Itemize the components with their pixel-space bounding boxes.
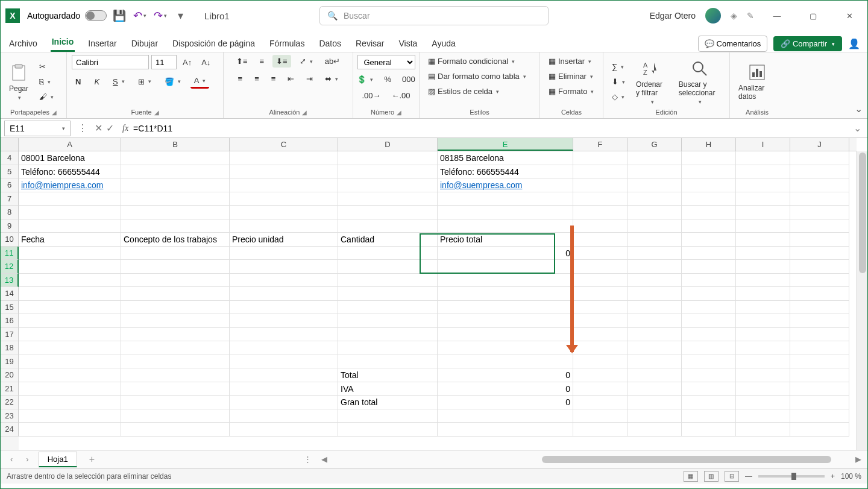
cell[interactable] — [682, 219, 736, 233]
cell[interactable] — [338, 219, 438, 233]
cell[interactable] — [338, 206, 438, 219]
cell[interactable] — [627, 341, 682, 355]
cell[interactable] — [736, 260, 790, 274]
cell[interactable] — [682, 355, 736, 369]
zoom-out-button[interactable]: — — [745, 472, 752, 481]
cell[interactable]: 0 — [438, 382, 573, 396]
maximize-button[interactable]: ▢ — [800, 7, 826, 25]
cell[interactable] — [790, 178, 849, 192]
cell[interactable] — [19, 274, 121, 288]
row-header[interactable]: 7 — [1, 192, 19, 206]
cell[interactable] — [573, 287, 627, 301]
align-bottom-icon[interactable]: ⬇≡ — [272, 55, 291, 68]
cell[interactable] — [19, 247, 121, 260]
cell[interactable] — [121, 206, 230, 219]
cell[interactable] — [121, 247, 230, 260]
tab-insertar[interactable]: Insertar — [87, 35, 118, 52]
cell[interactable] — [573, 233, 627, 247]
cell[interactable] — [230, 314, 338, 328]
cell[interactable] — [682, 382, 736, 396]
row-header[interactable]: 17 — [1, 328, 19, 342]
fill-icon[interactable]: ⬇▾ — [608, 75, 629, 88]
cell[interactable]: Total — [338, 368, 438, 382]
sheet-menu-icon[interactable]: ⋮ — [304, 455, 312, 464]
cell[interactable] — [682, 206, 736, 219]
format-cells-button[interactable]: ▦ Formato▾ — [545, 85, 597, 98]
zoom-in-button[interactable]: + — [831, 472, 835, 481]
cell[interactable] — [573, 247, 627, 260]
comments-button[interactable]: 💬 Comentarios — [698, 36, 767, 52]
align-left-icon[interactable]: ≡ — [234, 72, 247, 85]
cell[interactable] — [230, 178, 338, 192]
cell[interactable] — [438, 260, 573, 274]
cell[interactable]: Teléfono: 666555444 — [438, 165, 573, 179]
qat-customize-icon[interactable]: ▾ — [174, 9, 187, 22]
cell[interactable] — [19, 287, 121, 301]
cell[interactable] — [121, 219, 230, 233]
fill-color-icon[interactable]: 🪣▾ — [161, 75, 184, 88]
cell[interactable] — [19, 409, 121, 423]
cell[interactable] — [230, 219, 338, 233]
horizontal-scrollbar[interactable] — [530, 455, 849, 464]
cell[interactable] — [121, 341, 230, 355]
row-header[interactable]: 15 — [1, 301, 19, 315]
cell[interactable] — [230, 301, 338, 315]
column-header[interactable]: H — [682, 138, 736, 151]
cell[interactable] — [790, 151, 849, 165]
cell[interactable] — [438, 409, 573, 423]
cell[interactable] — [790, 260, 849, 274]
cell[interactable] — [573, 341, 627, 355]
cell[interactable] — [573, 165, 627, 179]
column-header[interactable]: E — [438, 138, 573, 151]
cell[interactable] — [121, 328, 230, 342]
percent-icon[interactable]: % — [380, 73, 395, 86]
cell[interactable] — [790, 396, 849, 409]
cell[interactable] — [736, 341, 790, 355]
cell[interactable] — [438, 341, 573, 355]
cell[interactable] — [573, 206, 627, 219]
zoom-level[interactable]: 100 % — [841, 472, 861, 481]
collapse-ribbon-icon[interactable]: ⌄ — [855, 103, 863, 115]
cell[interactable] — [682, 274, 736, 288]
cell[interactable] — [790, 314, 849, 328]
avatar[interactable] — [705, 8, 721, 24]
cell[interactable] — [19, 423, 121, 437]
add-sheet-button[interactable]: + — [83, 454, 101, 465]
cell[interactable] — [790, 355, 849, 369]
clear-icon[interactable]: ◇▾ — [608, 90, 629, 103]
cell[interactable] — [627, 423, 682, 437]
cell[interactable] — [627, 192, 682, 206]
cell[interactable] — [736, 423, 790, 437]
cell[interactable] — [573, 328, 627, 342]
cell[interactable] — [627, 219, 682, 233]
cell[interactable] — [19, 368, 121, 382]
formula-input[interactable]: fx=C11*D11 — [118, 124, 848, 133]
cell[interactable] — [438, 219, 573, 233]
undo-icon[interactable]: ↶▾ — [133, 9, 146, 22]
cell[interactable] — [682, 287, 736, 301]
cell[interactable] — [682, 301, 736, 315]
cell[interactable] — [627, 233, 682, 247]
sheet-tab[interactable]: Hoja1 — [39, 452, 77, 467]
cell[interactable] — [121, 274, 230, 288]
row-header[interactable]: 12 — [1, 260, 19, 274]
row-header[interactable]: 24 — [1, 423, 19, 437]
row-header[interactable]: 23 — [1, 409, 19, 423]
cell[interactable] — [230, 287, 338, 301]
cell[interactable] — [438, 301, 573, 315]
cell[interactable] — [736, 355, 790, 369]
cell[interactable] — [121, 192, 230, 206]
cut-icon[interactable]: ✂ — [36, 60, 57, 73]
cell[interactable] — [121, 423, 230, 437]
align-right-icon[interactable]: ≡ — [268, 72, 280, 85]
cell[interactable]: 08185 Barcelona — [438, 151, 573, 165]
cell[interactable] — [121, 314, 230, 328]
cell[interactable] — [19, 382, 121, 396]
cell[interactable] — [121, 260, 230, 274]
cell[interactable]: Gran total — [338, 396, 438, 409]
tab-revisar[interactable]: Revisar — [354, 35, 385, 52]
cell[interactable] — [682, 423, 736, 437]
spreadsheet-grid[interactable]: ABCDEFGHIJ 45678910111213141516171819202… — [1, 138, 867, 450]
cell[interactable] — [338, 192, 438, 206]
cell[interactable]: 0 — [438, 368, 573, 382]
